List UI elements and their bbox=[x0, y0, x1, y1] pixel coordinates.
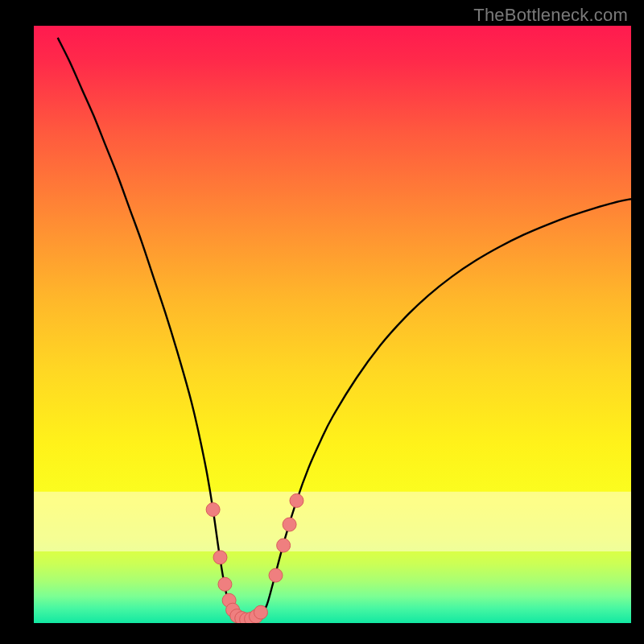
watermark-text: TheBottleneck.com bbox=[473, 5, 628, 26]
chart-frame: TheBottleneck.com bbox=[0, 0, 644, 644]
marker-dot bbox=[218, 577, 232, 591]
marker-dot bbox=[206, 503, 220, 517]
plot-area bbox=[34, 26, 631, 623]
marker-dot bbox=[254, 605, 267, 619]
marker-dot bbox=[213, 551, 227, 564]
marker-dot bbox=[290, 493, 303, 507]
marker-dot bbox=[283, 518, 296, 531]
marker-dot bbox=[269, 568, 283, 582]
bottleneck-chart bbox=[34, 26, 631, 623]
marker-dot bbox=[277, 539, 291, 552]
pale-band bbox=[34, 492, 631, 551]
